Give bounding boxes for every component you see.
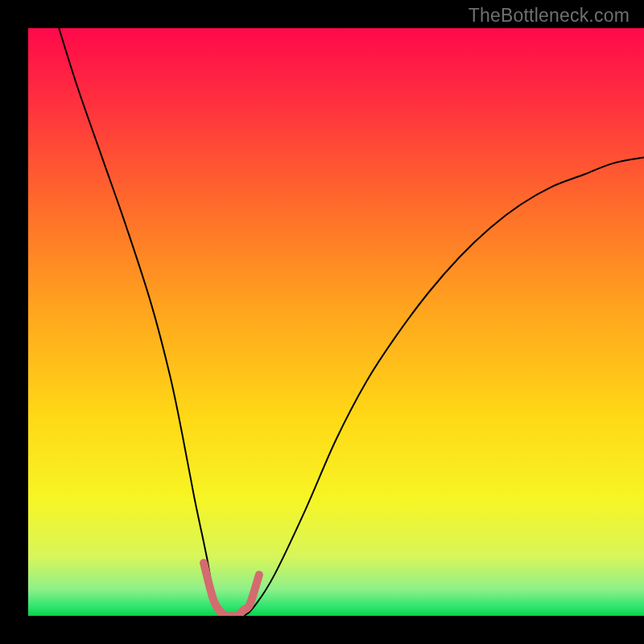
chart-svg xyxy=(0,0,644,644)
gradient-background xyxy=(28,28,644,616)
chart-container: TheBottleneck.com xyxy=(0,0,644,644)
watermark-text: TheBottleneck.com xyxy=(469,5,630,27)
